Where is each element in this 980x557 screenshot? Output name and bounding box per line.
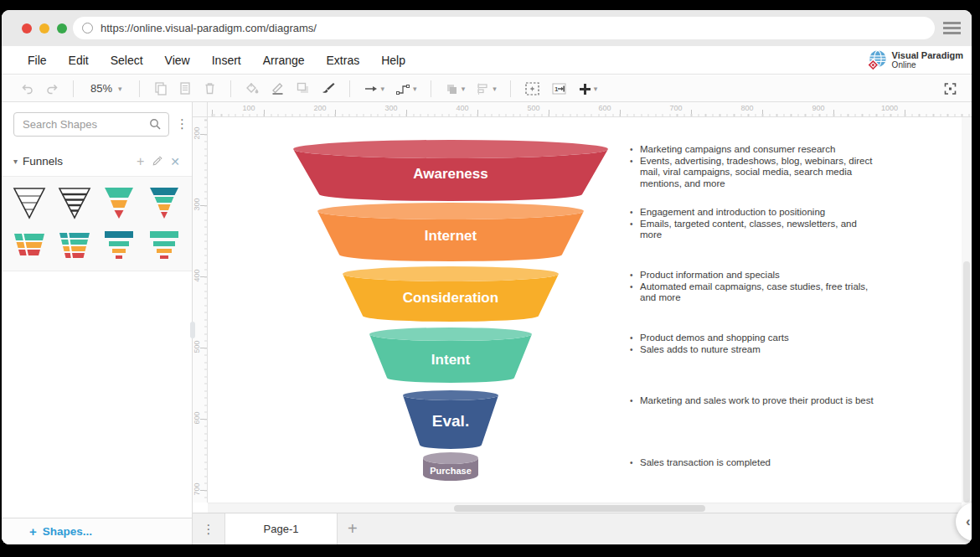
page-tab-label: Page-1 bbox=[264, 523, 299, 535]
funnel-stage-awareness[interactable]: Awareness bbox=[293, 140, 608, 201]
add-shape-dropdown[interactable]: ▾ bbox=[578, 82, 598, 95]
menu-extras[interactable]: Extras bbox=[316, 54, 371, 67]
funnel-stage-intent[interactable]: Intent bbox=[369, 327, 532, 383]
url-text[interactable]: https://online.visual-paradigm.com/diagr… bbox=[101, 22, 317, 34]
menu-select[interactable]: Select bbox=[100, 54, 154, 67]
funnel-shape-thumb-5[interactable] bbox=[8, 225, 50, 264]
site-info-icon[interactable] bbox=[82, 23, 93, 34]
hruler-label: 100 bbox=[232, 104, 266, 112]
note-bullet: Sales transaction is completed bbox=[628, 457, 876, 469]
menu-file[interactable]: File bbox=[17, 54, 58, 67]
menu-view[interactable]: View bbox=[154, 54, 201, 67]
fill-color-icon[interactable] bbox=[245, 81, 260, 95]
shadow-icon[interactable] bbox=[296, 81, 310, 95]
zoom-window-button[interactable] bbox=[57, 23, 67, 34]
collapse-caret-icon[interactable]: ▾ bbox=[13, 157, 18, 166]
notes-purchase[interactable]: Sales transaction is completed bbox=[628, 457, 876, 469]
line-color-icon[interactable] bbox=[271, 81, 285, 95]
zoom-level-value: 85% bbox=[90, 82, 112, 95]
format-copier-icon[interactable] bbox=[178, 81, 192, 95]
close-window-button[interactable] bbox=[22, 23, 32, 34]
note-bullet: Marketing and sales work to prove their … bbox=[628, 395, 876, 407]
format-brush-icon[interactable] bbox=[321, 81, 336, 95]
funnel-shape-thumb-8[interactable] bbox=[143, 225, 185, 264]
vertical-scrollbar-thumb[interactable] bbox=[963, 261, 970, 503]
notes-awareness[interactable]: Marketing campaigns and consumer researc… bbox=[628, 144, 876, 189]
edit-stencil-icon[interactable] bbox=[152, 156, 162, 167]
notes-internet[interactable]: Engagement and introduction to positioni… bbox=[628, 207, 876, 241]
vertical-scrollbar[interactable] bbox=[962, 117, 972, 503]
diagram-canvas-area: 100 200 300 400 500 600 700 800 900 1000… bbox=[193, 102, 972, 513]
connector-path-dropdown[interactable]: ▾ bbox=[395, 82, 417, 95]
notes-intent[interactable]: Product demos and shopping carts Sales a… bbox=[628, 333, 876, 355]
sidebar-menu-icon[interactable]: ⋮ bbox=[176, 116, 188, 132]
align-dropdown[interactable]: ▾ bbox=[476, 82, 497, 95]
stage-label: Awareness bbox=[413, 166, 487, 182]
paste-icon[interactable] bbox=[153, 81, 168, 95]
sales-funnel-diagram[interactable]: Awareness Internet Consideration bbox=[208, 117, 635, 490]
sidebar-resize-handle[interactable] bbox=[190, 322, 195, 338]
fullscreen-icon[interactable] bbox=[942, 81, 958, 100]
undo-icon[interactable] bbox=[20, 82, 34, 95]
add-page-icon[interactable]: + bbox=[348, 519, 358, 539]
note-bullet: Events, advertising, tradeshows, blog, w… bbox=[628, 156, 876, 190]
note-bullet: Marketing campaigns and consumer researc… bbox=[628, 144, 876, 156]
address-bar[interactable]: https://online.visual-paradigm.com/diagr… bbox=[73, 17, 935, 39]
funnel-shape-thumb-3[interactable] bbox=[98, 183, 140, 222]
menu-arrange[interactable]: Arrange bbox=[252, 54, 316, 67]
funnels-section-header[interactable]: ▾ Funnels + ✕ bbox=[13, 155, 180, 168]
fit-to-content-icon[interactable]: 1 bbox=[551, 81, 567, 96]
stage-label: Intent bbox=[431, 352, 471, 368]
more-shapes-link[interactable]: Shapes... bbox=[43, 525, 92, 538]
visual-paradigm-logo: Visual Paradigm Online bbox=[865, 49, 963, 72]
notes-eval[interactable]: Marketing and sales work to prove their … bbox=[628, 395, 876, 407]
vruler-label: 600 bbox=[193, 404, 201, 432]
funnel-shape-thumb-7[interactable] bbox=[98, 225, 140, 264]
horizontal-scrollbar-thumb[interactable] bbox=[454, 505, 705, 512]
funnel-stage-internet[interactable]: Internet bbox=[317, 203, 584, 261]
drawing-page[interactable]: Awareness Internet Consideration bbox=[208, 117, 962, 503]
browser-menu-icon[interactable] bbox=[943, 22, 961, 37]
connector-style-dropdown[interactable]: ▾ bbox=[364, 82, 385, 95]
layers-dropdown[interactable]: ▾ bbox=[445, 82, 466, 95]
zoom-level-dropdown[interactable]: 85%▾ bbox=[87, 82, 126, 95]
horizontal-ruler: 100 200 300 400 500 600 700 800 900 1000 bbox=[208, 102, 972, 117]
hruler-label: 700 bbox=[659, 104, 693, 112]
vruler-label: 400 bbox=[193, 261, 201, 290]
search-shapes-input[interactable] bbox=[13, 112, 169, 137]
add-stencil-icon[interactable]: + bbox=[137, 156, 144, 168]
add-shapes-icon[interactable]: + bbox=[29, 524, 37, 539]
browser-window: https://online.visual-paradigm.com/diagr… bbox=[2, 10, 972, 544]
menu-insert[interactable]: Insert bbox=[201, 54, 252, 67]
note-bullet: Sales adds to nuture stream bbox=[628, 344, 876, 356]
funnel-stage-consideration[interactable]: Consideration bbox=[343, 266, 559, 322]
horizontal-scrollbar[interactable] bbox=[208, 503, 962, 513]
hruler-label: 600 bbox=[588, 104, 622, 112]
globe-icon bbox=[865, 49, 889, 72]
delete-icon[interactable] bbox=[203, 81, 217, 95]
menu-edit[interactable]: Edit bbox=[58, 54, 100, 67]
funnel-shape-thumb-2[interactable] bbox=[54, 183, 95, 222]
funnel-shape-thumb-1[interactable] bbox=[8, 183, 50, 222]
note-bullet: Engagement and introduction to positioni… bbox=[628, 207, 876, 219]
funnel-stage-eval[interactable]: Eval. bbox=[403, 390, 498, 449]
funnel-shape-thumb-6[interactable] bbox=[54, 225, 95, 264]
vruler-label: 300 bbox=[193, 190, 201, 219]
funnel-shape-thumb-4[interactable] bbox=[143, 183, 185, 222]
funnel-stage-purchase[interactable]: Purchase bbox=[423, 452, 478, 481]
select-area-icon[interactable] bbox=[524, 81, 540, 96]
page-list-menu-icon[interactable]: ⋮ bbox=[193, 522, 224, 537]
close-stencil-icon[interactable]: ✕ bbox=[170, 156, 180, 168]
shapes-footer: + Shapes... bbox=[2, 518, 192, 544]
chevron-left-icon: ‹ bbox=[966, 513, 971, 530]
notes-consideration[interactable]: Product information and specials Automat… bbox=[628, 270, 876, 304]
search-icon[interactable] bbox=[149, 118, 162, 131]
menu-help[interactable]: Help bbox=[370, 54, 416, 67]
browser-chrome: https://online.visual-paradigm.com/diagr… bbox=[2, 10, 972, 46]
hruler-label: 800 bbox=[730, 104, 764, 112]
redo-icon[interactable] bbox=[45, 82, 59, 95]
tab-page-1[interactable]: Page-1 bbox=[224, 513, 338, 544]
note-bullet: Emails, targeted content, classes, newsl… bbox=[628, 219, 876, 241]
hruler-label: 900 bbox=[802, 104, 835, 112]
minimize-window-button[interactable] bbox=[39, 23, 49, 34]
